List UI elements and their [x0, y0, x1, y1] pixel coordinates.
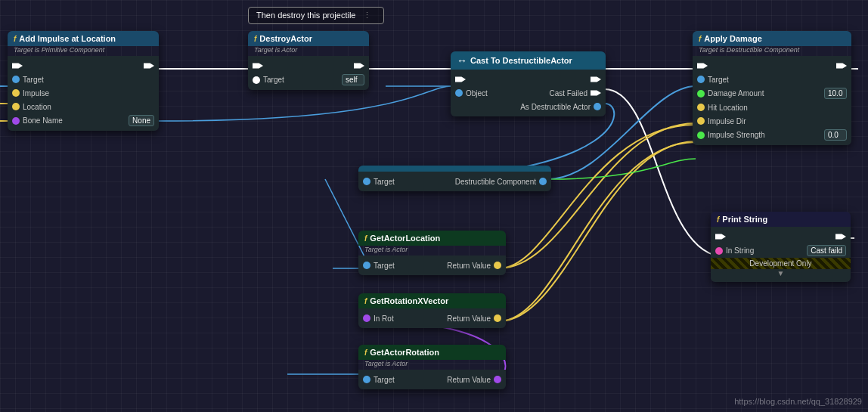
get-rotation-x-row: In Rot Return Value: [358, 311, 506, 325]
print-string-instring-label: In String: [726, 246, 754, 255]
add-impulse-bonename-pin[interactable]: [12, 117, 20, 125]
comment-drag[interactable]: ⋮: [363, 11, 371, 20]
add-impulse-location-pin[interactable]: [12, 103, 20, 110]
print-string-body: In String Cast faild Development Only ▼: [711, 227, 851, 282]
apply-damage-impulsestr-row: Impulse Strength 0.0: [693, 128, 851, 142]
get-actor-rotation-title: GetActorRotation: [370, 348, 439, 357]
comment-box: Then destroy this projectile ⋮: [248, 7, 384, 24]
get-actor-location-header: f GetActorLocation: [358, 231, 506, 246]
add-impulse-target-pin[interactable]: [12, 76, 20, 83]
apply-damage-hitloc-pin[interactable]: [697, 104, 705, 111]
apply-damage-exec-out[interactable]: [836, 61, 847, 70]
cast-failed-pin[interactable]: [591, 88, 601, 98]
destroy-actor-target-value[interactable]: self: [342, 74, 364, 85]
development-only-bar: Development Only: [711, 258, 851, 269]
get-rotation-x-body: In Rot Return Value: [358, 308, 506, 328]
add-impulse-subtitle: Target is Primitive Component: [8, 46, 159, 56]
get-actor-location-body: Target Return Value: [358, 256, 506, 275]
as-destructible-pin[interactable]: [594, 103, 601, 110]
get-actor-rotation-target-label: Target: [374, 376, 395, 384]
apply-damage-amount-pin[interactable]: [697, 90, 705, 98]
add-impulse-bonename-value[interactable]: None: [129, 115, 154, 126]
add-impulse-impulse-pin[interactable]: [12, 89, 20, 97]
apply-damage-impulsedir-pin[interactable]: [697, 117, 705, 125]
get-rotation-x-return-pin[interactable]: [494, 314, 501, 322]
apply-damage-impulsedir-label: Impulse Dir: [708, 117, 746, 125]
apply-damage-node: f Apply Damage Target is Destructible Co…: [693, 31, 851, 145]
print-string-exec-in[interactable]: [715, 232, 726, 241]
get-rotation-x-return-label: Return Value: [447, 314, 491, 323]
print-string-node: f Print String In String Cast faild Deve…: [711, 212, 851, 282]
add-impulse-target-label: Target: [23, 76, 44, 84]
apply-damage-amount-value[interactable]: 10.0: [824, 88, 847, 99]
apply-damage-impulsestr-label: Impulse Strength: [708, 131, 765, 139]
print-string-exec-row: [711, 230, 851, 243]
apply-damage-hitloc-label: Hit Location: [708, 104, 748, 112]
destroy-actor-header: f DestroyActor: [248, 31, 369, 46]
cast-to-arrow-icon: ↔: [457, 54, 467, 67]
add-impulse-body: Target Impulse Location Bone Name None: [8, 56, 159, 131]
set-destructible-component-label: Destructible Component: [455, 178, 536, 186]
apply-damage-impulsestr-pin[interactable]: [697, 132, 705, 139]
get-actor-location-return-label: Return Value: [447, 262, 491, 270]
set-destructible-component-pin[interactable]: [539, 178, 547, 185]
apply-damage-target-label: Target: [708, 76, 729, 84]
apply-damage-target-row: Target: [693, 73, 851, 86]
add-impulse-bonename-label: Bone Name: [23, 116, 63, 125]
get-actor-location-return-pin[interactable]: [494, 262, 501, 269]
set-destructible-target-pin[interactable]: [363, 178, 370, 185]
get-actor-rotation-f-icon: f: [364, 348, 367, 357]
get-rotation-x-inrot-pin[interactable]: [363, 314, 370, 322]
apply-damage-exec-in[interactable]: [697, 61, 708, 70]
set-destructible-header: [358, 166, 551, 172]
get-actor-rotation-target-pin[interactable]: [363, 376, 370, 383]
cast-to-exec-in[interactable]: [455, 75, 466, 84]
print-string-instring-row: In String Cast faild: [711, 243, 851, 258]
watermark: https://blog.csdn.net/qq_31828929: [734, 397, 862, 406]
cast-to-object-label: Object: [466, 89, 488, 98]
apply-damage-f-icon: f: [699, 35, 701, 43]
apply-damage-target-pin[interactable]: [697, 76, 705, 83]
add-impulse-location-label: Location: [23, 103, 51, 111]
add-impulse-header: f Add Impulse at Location: [8, 31, 159, 46]
get-actor-location-row: Target Return Value: [358, 259, 506, 272]
get-actor-rotation-return-pin[interactable]: [494, 376, 501, 383]
apply-damage-impulsestr-value[interactable]: 0.0: [824, 129, 847, 141]
apply-damage-impulsedir-row: Impulse Dir: [693, 114, 851, 128]
cast-to-object-pin[interactable]: [455, 89, 463, 97]
add-impulse-f-icon: f: [14, 35, 16, 43]
print-string-header: f Print String: [711, 212, 851, 227]
get-actor-location-target-label: Target: [374, 262, 395, 270]
get-rotation-x-inrot-label: In Rot: [374, 314, 394, 323]
cast-to-title: Cast To DestructibleActor: [470, 56, 572, 65]
get-rotation-x-node: f GetRotationXVector In Rot Return Value: [358, 293, 506, 328]
print-string-instring-value[interactable]: Cast faild: [807, 245, 846, 256]
destroy-actor-exec-in[interactable]: [253, 61, 263, 70]
destroy-actor-target-label: Target: [263, 76, 284, 84]
set-destructible-node: Target Destructible Component: [358, 166, 551, 191]
print-string-instring-pin[interactable]: [715, 247, 723, 255]
get-actor-rotation-body: Target Return Value: [358, 370, 506, 389]
dev-chevron: ▼: [711, 269, 851, 279]
cast-failed-label: Cast Failed: [549, 89, 587, 98]
add-impulse-exec-out[interactable]: [144, 61, 154, 70]
cast-to-exec-out[interactable]: [591, 75, 601, 84]
print-string-exec-out[interactable]: [835, 232, 846, 241]
comment-text: Then destroy this projectile: [256, 11, 355, 20]
print-string-f-icon: f: [717, 215, 719, 224]
add-impulse-exec-row: [8, 59, 159, 73]
destroy-actor-exec-out[interactable]: [354, 61, 364, 70]
print-string-title: Print String: [722, 215, 767, 224]
get-actor-rotation-header: f GetActorRotation: [358, 345, 506, 360]
add-impulse-title: Add Impulse at Location: [19, 34, 116, 43]
add-impulse-exec-in[interactable]: [12, 61, 23, 70]
destroy-actor-subtitle: Target is Actor: [248, 46, 369, 56]
add-impulse-node: f Add Impulse at Location Target is Prim…: [8, 31, 159, 131]
add-impulse-impulse-row: Impulse: [8, 86, 159, 100]
get-actor-location-subtitle: Target is Actor: [358, 246, 506, 256]
destroy-actor-target-pin[interactable]: [253, 76, 260, 84]
destroy-actor-f-icon: f: [254, 35, 256, 43]
get-actor-location-target-pin[interactable]: [363, 262, 370, 269]
cast-to-object-row: Object Cast Failed: [451, 86, 606, 100]
development-only-text: Development Only: [749, 259, 811, 268]
